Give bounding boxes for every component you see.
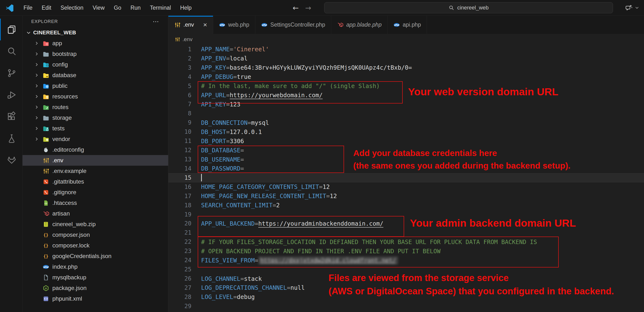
menu-run[interactable]: Run (126, 4, 145, 11)
activitybar-source-control-icon[interactable] (0, 62, 22, 84)
back-arrow-icon[interactable]: ← (293, 4, 299, 12)
tree-item-database[interactable]: database (22, 70, 168, 81)
tree-item-composer-lock[interactable]: {}composer.lock (22, 240, 168, 251)
tab-app-blade-php[interactable]: app.blade.php (331, 16, 388, 34)
tree-item-label: .gitattributes (52, 178, 84, 185)
node-js-icon: JS (42, 285, 49, 292)
menu-help[interactable]: Help (176, 4, 196, 11)
tree-item-cinereel-web-zip[interactable]: cinereel_web.zip (22, 219, 168, 230)
activitybar-explorer-icon[interactable] (0, 19, 22, 40)
tree-item-package-json[interactable]: JSpackage.json (22, 283, 168, 293)
token-k: DB_USERNAME (201, 156, 240, 163)
code-line-17: 17HOME_PAGE_NEW_RELEASE_CONTENT_LIMIT=12 (168, 191, 644, 201)
token-o: = (226, 129, 230, 136)
tree-item-artisan[interactable]: artisan (22, 208, 168, 219)
workspace-root[interactable]: CINEREEL_WEB (22, 27, 168, 38)
code-line-12: 12DB_DATABASE= (168, 146, 644, 155)
tree-item-app[interactable]: app (22, 38, 168, 49)
tree-item-label: cinereel_web.zip (52, 221, 96, 228)
chevron-down-icon[interactable] (634, 5, 640, 10)
line-number: 20 (168, 220, 192, 227)
chevron-right-icon (34, 83, 39, 88)
code-editor[interactable]: 1APP_NAME='Cinereel'2APP_ENV=local3APP_K… (168, 45, 644, 312)
token-s: 'Cinereel' (233, 46, 269, 53)
tree-item-tests[interactable]: tests (22, 123, 168, 134)
line-content: DB_USERNAME= (201, 156, 244, 163)
line-content: DB_PASSWORD= (201, 165, 244, 172)
token-k: DB_CONNECTION (201, 119, 248, 126)
svg-text:php: php (43, 265, 49, 268)
close-icon[interactable]: × (203, 21, 207, 28)
line-content: HOME_PAGE_CATEGORY_CONTENTS_LIMIT=12 (201, 183, 330, 190)
activitybar-testing-icon[interactable] (0, 128, 22, 149)
tree-item-bootstrap[interactable]: bootstrap (22, 49, 168, 59)
activitybar-extensions-icon[interactable] (0, 106, 22, 128)
line-number: 25 (168, 266, 192, 273)
tab-settingscontroller-php[interactable]: phpSettingsController.php (255, 16, 331, 34)
code-line-2: 2APP_ENV=local (168, 54, 644, 63)
token-k: DB_PORT (201, 138, 226, 145)
tree-item--env-example[interactable]: .env.example (22, 166, 168, 176)
tab-label: .env (184, 21, 194, 28)
tree-item--gitignore[interactable]: .gitignore (22, 187, 168, 198)
tree-item--htaccess[interactable]: .htaccess (22, 198, 168, 208)
chevron-right-icon (34, 137, 39, 142)
tree-item-composer-json[interactable]: {}composer.json (22, 230, 168, 240)
menu-file[interactable]: File (19, 4, 37, 11)
token-o: = (240, 275, 244, 282)
tree-item-public[interactable]: public (22, 81, 168, 91)
tree-item-mysqlbackup[interactable]: mysqlbackup (22, 272, 168, 283)
git-icon (42, 178, 49, 185)
menu-edit[interactable]: Edit (37, 4, 56, 11)
line-content: API_KEY=123 (201, 101, 240, 108)
tree-item-googlecredentials-json[interactable]: {}googleCredentials.json (22, 251, 168, 261)
token-o: = (255, 257, 258, 264)
token-c: # In the last, make sure to add "/" (sin… (201, 82, 380, 90)
tree-item-resources[interactable]: resources (22, 91, 168, 102)
breadcrumb[interactable]: .env (168, 34, 644, 45)
explorer-actions-icon[interactable]: ⋯ (153, 20, 159, 23)
code-line-19: 19 (168, 210, 644, 219)
token-u: https://yourwebdomain.com/ (230, 92, 323, 99)
menu-go[interactable]: Go (109, 4, 126, 11)
tree-item-storage[interactable]: storage (22, 113, 168, 123)
tree-item-routes[interactable]: routes (22, 102, 168, 113)
text-cursor (201, 174, 202, 181)
token-o: = (240, 156, 244, 163)
php-icon: php (42, 263, 49, 270)
menu-view[interactable]: View (88, 4, 109, 11)
activitybar-run-debug-icon[interactable] (0, 84, 22, 106)
tree-item-phpunit-xml[interactable]: phpunit.xml (22, 293, 168, 304)
tree-item-config[interactable]: config (22, 59, 168, 70)
tab--env[interactable]: .env× (168, 16, 213, 34)
tab-web-php[interactable]: phpweb.php (213, 16, 255, 34)
activity-bar (0, 16, 22, 312)
tree-item--gitattributes[interactable]: .gitattributes (22, 176, 168, 187)
token-k: APP_NAME (201, 46, 230, 53)
tree-item-index-php[interactable]: phpindex.php (22, 261, 168, 272)
token-k: LOG_CHANNEL (201, 275, 240, 282)
copilot-chat-icon[interactable] (625, 4, 633, 12)
token-k: LOG_DEPRECATIONS_CHANNEL (201, 284, 287, 291)
forward-arrow-icon[interactable]: → (305, 4, 311, 12)
line-number: 12 (168, 147, 192, 154)
tab-api-php[interactable]: phpapi.php (388, 16, 427, 34)
activitybar-gitlab-icon[interactable] (0, 149, 22, 171)
command-center-search[interactable]: cinereel_web (324, 2, 613, 13)
tree-item--editorconfig[interactable]: .editorconfig (22, 144, 168, 155)
line-number: 8 (168, 110, 192, 117)
line-number: 16 (168, 183, 192, 190)
token-k: APP_DEBUG (201, 73, 233, 80)
tree-item-vendor[interactable]: vendor (22, 134, 168, 144)
code-line-4: 4APP_DEBUG=true (168, 72, 644, 82)
token-k: HOME_PAGE_NEW_RELEASE_CONTENT_LIMIT (201, 192, 326, 199)
tree-item--env[interactable]: .env (22, 155, 168, 166)
folder-routes-icon (42, 104, 49, 111)
activitybar-search-icon[interactable] (0, 40, 22, 62)
line-content: HOME_PAGE_NEW_RELEASE_CONTENT_LIMIT=12 (201, 192, 337, 199)
token-v: 12 (323, 183, 330, 190)
token-v: mysql (251, 119, 269, 126)
menu-selection[interactable]: Selection (56, 4, 88, 11)
token-o: = (248, 119, 251, 126)
menu-terminal[interactable]: Terminal (145, 4, 176, 11)
